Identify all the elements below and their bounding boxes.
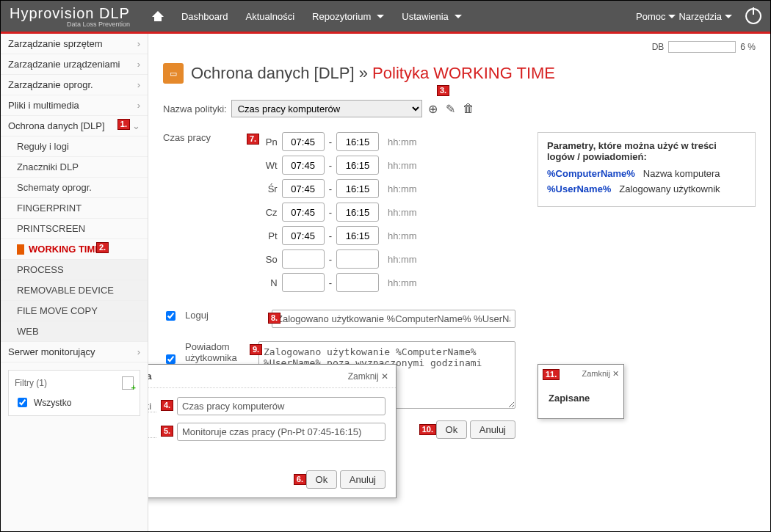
time-to-input[interactable]	[336, 273, 379, 292]
nav-dashboard[interactable]: Dashboard	[174, 7, 236, 26]
callout-8: 8.	[268, 313, 280, 324]
dialog-name-input[interactable]	[177, 397, 386, 415]
dialog-ok-button[interactable]: Ok	[306, 470, 338, 489]
dialog-desc-label: Opis	[148, 426, 156, 438]
hhmm-label: hh:mm	[388, 183, 417, 194]
toast-close[interactable]: Zamknij ✕	[582, 369, 619, 379]
delete-policy-icon[interactable]: 🗑	[462, 102, 475, 115]
days-grid: Pn-hh:mmWt-hh:mmŚr-hh:mmCz-hh:mmPt-hh:mm…	[260, 132, 417, 296]
edit-policy-icon[interactable]: ✎	[444, 102, 457, 115]
callout-7: 7.	[247, 134, 259, 145]
day-row: Wt-hh:mm	[260, 156, 417, 175]
time-to-input[interactable]	[336, 156, 379, 175]
notify-checkbox[interactable]	[166, 354, 175, 364]
time-to-input[interactable]	[336, 249, 379, 269]
nav-settings[interactable]: Ustawienia	[394, 7, 469, 26]
log-checkbox[interactable]	[166, 311, 175, 321]
param-token: %ComputerName%	[547, 168, 635, 179]
side-dlp-process[interactable]: PROCESS	[1, 260, 148, 280]
time-from-input[interactable]	[282, 179, 325, 198]
callout-1: 1.	[117, 119, 130, 130]
db-meter: DB6 %	[652, 41, 756, 53]
side-dlp-removable[interactable]: REMOVABLE DEVICE	[1, 280, 148, 301]
day-label: So	[260, 254, 278, 265]
add-filter-icon[interactable]	[122, 376, 134, 390]
side-dlp-filemove[interactable]: FILE MOVE COPY	[1, 301, 148, 321]
time-from-input[interactable]	[282, 226, 325, 245]
power-icon[interactable]	[745, 8, 761, 24]
day-row: Śr-hh:mm	[260, 179, 417, 198]
side-sw[interactable]: Zarządzanie oprogr.›	[1, 75, 148, 95]
params-panel: Parametry, które można użyć w treści log…	[537, 132, 756, 207]
policy-select-row: Nazwa polityki: Czas pracy komputerów ⊕ …	[163, 100, 756, 117]
main: DB6 % ▭ Ochrona danych [DLP] » Polityka …	[148, 34, 770, 531]
policy-select[interactable]: Czas pracy komputerów	[231, 100, 422, 117]
time-from-input[interactable]	[282, 273, 325, 292]
day-row: N-hh:mm	[260, 273, 417, 292]
callout-3: 3.	[437, 85, 449, 96]
notify-label: Powiadom użytkownika	[185, 341, 251, 363]
log-label: Loguj	[185, 310, 251, 321]
side-dev[interactable]: Zarządzanie urządzeniami›	[1, 54, 148, 75]
dialog-cancel-button[interactable]: Anuluj	[340, 470, 386, 489]
nav-tools[interactable]: Narzędzia	[678, 11, 732, 22]
main-nav: Dashboard Aktualności Repozytorium Ustaw…	[145, 7, 469, 26]
hhmm-label: hh:mm	[388, 136, 417, 147]
day-label: Wt	[260, 160, 278, 171]
ok-button[interactable]: Ok	[436, 420, 468, 439]
side-dlp-workingtime[interactable]: WORKING TIME 2.	[1, 239, 148, 260]
nav-help[interactable]: Pomoc	[636, 11, 676, 22]
hhmm-label: hh:mm	[388, 254, 417, 265]
time-from-input[interactable]	[282, 132, 325, 151]
dlp-icon: ▭	[163, 63, 184, 84]
time-from-input[interactable]	[282, 203, 325, 222]
dialog-title: Nowa polityka	[148, 371, 151, 382]
policy-label: Nazwa polityki:	[163, 103, 227, 114]
side-monitor[interactable]: Serwer monitorujący›	[1, 342, 148, 362]
page-title: ▭ Ochrona danych [DLP] » Polityka WORKIN…	[163, 63, 756, 84]
time-to-input[interactable]	[336, 179, 379, 198]
side-dlp-printscreen[interactable]: PRINTSCREEN	[1, 219, 148, 239]
day-row: So-hh:mm	[260, 249, 417, 269]
time-to-input[interactable]	[336, 203, 379, 222]
nav-repo[interactable]: Repozytorium	[305, 7, 391, 26]
param-desc: Nazwa komputera	[643, 168, 720, 179]
toast-message: Zapisane	[549, 393, 613, 404]
dialog-desc-input[interactable]	[177, 423, 386, 441]
filter-all-checkbox[interactable]	[18, 398, 27, 407]
side-dlp-web[interactable]: WEB	[1, 321, 148, 342]
day-row: Pt-hh:mm	[260, 226, 417, 245]
time-to-input[interactable]	[336, 132, 379, 151]
params-title: Parametry, które można użyć w treści log…	[547, 140, 746, 162]
day-label: Cz	[260, 207, 278, 218]
day-label: Śr	[260, 183, 278, 194]
day-row: Cz-hh:mm	[260, 203, 417, 222]
dialog-close[interactable]: Zamknij ✕	[348, 371, 388, 382]
hhmm-label: hh:mm	[388, 230, 417, 241]
add-policy-icon[interactable]: ⊕	[427, 102, 440, 115]
nav-home[interactable]	[145, 7, 171, 26]
nav-news[interactable]: Aktualności	[239, 7, 302, 26]
side-dlp-fingerprint[interactable]: FINGERPRINT	[1, 198, 148, 219]
topbar: Hyprovision DLP Data Loss Prevention Das…	[1, 1, 770, 32]
side-hw[interactable]: Zarządzanie sprzętem›	[1, 34, 148, 54]
chevron-down-icon: ⌄	[132, 120, 140, 131]
side-dlp-rules[interactable]: Reguły i logi	[1, 136, 148, 157]
home-icon	[152, 11, 164, 21]
logo: Hyprovision DLP Data Loss Prevention	[10, 5, 130, 28]
side-dlp-tags[interactable]: Znaczniki DLP	[1, 157, 148, 178]
saved-toast: 11. Zamknij ✕ Zapisane	[537, 364, 624, 419]
log-text-input[interactable]	[272, 310, 515, 328]
worktime-label: Czas pracy	[163, 132, 244, 143]
callout-6: 6.	[294, 474, 306, 485]
time-from-input[interactable]	[282, 249, 325, 269]
side-media[interactable]: Pliki i multimedia›	[1, 95, 148, 116]
side-dlp-schemas[interactable]: Schematy oprogr.	[1, 178, 148, 198]
side-dlp[interactable]: Ochrona danych [DLP]⌄ 1.	[1, 116, 148, 136]
cancel-button[interactable]: Anuluj	[470, 420, 515, 439]
filter-all[interactable]: Wszystko	[15, 396, 134, 409]
param-row: %UserName% Zalogowany użytkownik	[547, 183, 746, 194]
time-to-input[interactable]	[336, 226, 379, 245]
filters-panel: Filtry (1) Wszystko	[8, 370, 140, 416]
time-from-input[interactable]	[282, 156, 325, 175]
